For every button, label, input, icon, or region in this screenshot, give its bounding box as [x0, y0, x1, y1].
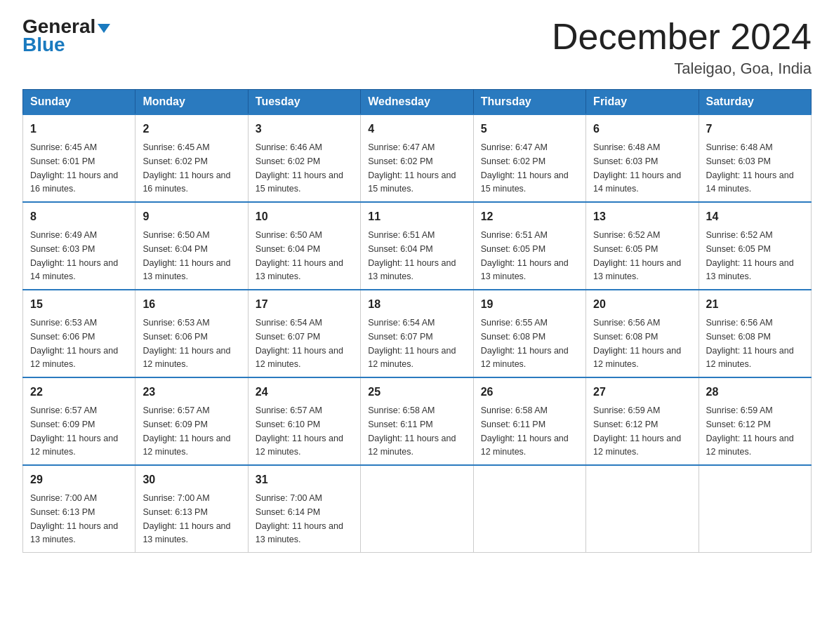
day-number: 7 [706, 121, 804, 137]
day-info: Sunrise: 6:51 AMSunset: 6:05 PMDaylight:… [481, 230, 569, 281]
day-number: 17 [256, 296, 353, 313]
day-info: Sunrise: 6:47 AMSunset: 6:02 PMDaylight:… [368, 142, 456, 194]
day-info: Sunrise: 6:45 AMSunset: 6:01 PMDaylight:… [30, 142, 118, 194]
calendar-cell: 13 Sunrise: 6:52 AMSunset: 6:05 PMDaylig… [586, 202, 699, 290]
calendar-week-row: 29 Sunrise: 7:00 AMSunset: 6:13 PMDaylig… [23, 465, 812, 553]
calendar-cell: 11 Sunrise: 6:51 AMSunset: 6:04 PMDaylig… [361, 202, 473, 290]
header-friday: Friday [586, 90, 699, 115]
day-info: Sunrise: 6:52 AMSunset: 6:05 PMDaylight:… [706, 230, 794, 281]
day-info: Sunrise: 6:56 AMSunset: 6:08 PMDaylight:… [706, 318, 794, 369]
day-number: 21 [706, 296, 804, 313]
day-number: 28 [706, 384, 804, 401]
calendar-cell: 6 Sunrise: 6:48 AMSunset: 6:03 PMDayligh… [586, 114, 699, 202]
day-number: 26 [481, 384, 578, 401]
day-number: 13 [593, 208, 691, 225]
calendar-week-row: 15 Sunrise: 6:53 AMSunset: 6:06 PMDaylig… [23, 290, 812, 377]
calendar-cell: 26 Sunrise: 6:58 AMSunset: 6:11 PMDaylig… [473, 377, 585, 465]
day-info: Sunrise: 6:47 AMSunset: 6:02 PMDaylight:… [481, 142, 569, 194]
calendar-cell: 28 Sunrise: 6:59 AMSunset: 6:12 PMDaylig… [699, 377, 811, 465]
location-title: Taleigao, Goa, India [552, 60, 812, 78]
day-number: 19 [481, 296, 578, 313]
calendar-cell: 24 Sunrise: 6:57 AMSunset: 6:10 PMDaylig… [248, 377, 360, 465]
day-info: Sunrise: 6:55 AMSunset: 6:08 PMDaylight:… [481, 318, 569, 369]
calendar-cell: 17 Sunrise: 6:54 AMSunset: 6:07 PMDaylig… [248, 290, 360, 377]
day-info: Sunrise: 6:46 AMSunset: 6:02 PMDaylight:… [256, 142, 343, 194]
day-number: 1 [30, 121, 128, 137]
logo: General Blue [22, 17, 110, 55]
day-info: Sunrise: 6:50 AMSunset: 6:04 PMDaylight:… [256, 230, 343, 281]
day-info: Sunrise: 6:51 AMSunset: 6:04 PMDaylight:… [368, 230, 456, 281]
calendar-cell: 31 Sunrise: 7:00 AMSunset: 6:14 PMDaylig… [248, 465, 360, 553]
day-number: 9 [143, 208, 240, 225]
calendar-cell: 12 Sunrise: 6:51 AMSunset: 6:05 PMDaylig… [473, 202, 585, 290]
day-info: Sunrise: 6:57 AMSunset: 6:10 PMDaylight:… [256, 405, 343, 457]
calendar-header-row: SundayMondayTuesdayWednesdayThursdayFrid… [23, 90, 812, 115]
calendar-cell: 27 Sunrise: 6:59 AMSunset: 6:12 PMDaylig… [586, 377, 699, 465]
day-number: 2 [143, 121, 240, 137]
calendar-week-row: 22 Sunrise: 6:57 AMSunset: 6:09 PMDaylig… [23, 377, 812, 465]
day-info: Sunrise: 6:54 AMSunset: 6:07 PMDaylight:… [368, 318, 456, 369]
calendar-table: SundayMondayTuesdayWednesdayThursdayFrid… [22, 89, 812, 553]
day-info: Sunrise: 6:52 AMSunset: 6:05 PMDaylight:… [593, 230, 681, 281]
calendar-cell: 25 Sunrise: 6:58 AMSunset: 6:11 PMDaylig… [361, 377, 473, 465]
logo-blue: Blue [22, 35, 65, 55]
day-info: Sunrise: 7:00 AMSunset: 6:13 PMDaylight:… [143, 493, 230, 544]
day-number: 5 [481, 121, 578, 137]
day-number: 14 [706, 208, 804, 225]
calendar-cell: 5 Sunrise: 6:47 AMSunset: 6:02 PMDayligh… [473, 114, 585, 202]
day-info: Sunrise: 6:50 AMSunset: 6:04 PMDaylight:… [143, 230, 230, 281]
day-number: 6 [593, 121, 691, 137]
calendar-cell [586, 465, 699, 553]
calendar-cell: 30 Sunrise: 7:00 AMSunset: 6:13 PMDaylig… [135, 465, 248, 553]
day-info: Sunrise: 6:49 AMSunset: 6:03 PMDaylight:… [30, 230, 118, 281]
day-number: 31 [256, 471, 353, 488]
day-info: Sunrise: 6:58 AMSunset: 6:11 PMDaylight:… [368, 405, 456, 457]
header-wednesday: Wednesday [361, 90, 473, 115]
calendar-cell: 20 Sunrise: 6:56 AMSunset: 6:08 PMDaylig… [586, 290, 699, 377]
day-number: 29 [30, 471, 128, 488]
day-number: 20 [593, 296, 691, 313]
calendar-cell: 9 Sunrise: 6:50 AMSunset: 6:04 PMDayligh… [135, 202, 248, 290]
day-info: Sunrise: 6:54 AMSunset: 6:07 PMDaylight:… [256, 318, 343, 369]
day-number: 22 [30, 384, 128, 401]
day-number: 27 [593, 384, 691, 401]
calendar-cell: 3 Sunrise: 6:46 AMSunset: 6:02 PMDayligh… [248, 114, 360, 202]
day-info: Sunrise: 6:59 AMSunset: 6:12 PMDaylight:… [593, 405, 681, 457]
header-monday: Monday [135, 90, 248, 115]
day-info: Sunrise: 6:45 AMSunset: 6:02 PMDaylight:… [143, 142, 230, 194]
day-number: 11 [368, 208, 465, 225]
calendar-cell: 14 Sunrise: 6:52 AMSunset: 6:05 PMDaylig… [699, 202, 811, 290]
day-info: Sunrise: 6:59 AMSunset: 6:12 PMDaylight:… [706, 405, 794, 457]
calendar-cell: 18 Sunrise: 6:54 AMSunset: 6:07 PMDaylig… [361, 290, 473, 377]
day-number: 30 [143, 471, 240, 488]
calendar-week-row: 1 Sunrise: 6:45 AMSunset: 6:01 PMDayligh… [23, 114, 812, 202]
title-block: December 2024 Taleigao, Goa, India [552, 17, 812, 78]
day-number: 3 [256, 121, 353, 137]
day-number: 4 [368, 121, 465, 137]
header-sunday: Sunday [23, 90, 135, 115]
calendar-cell: 2 Sunrise: 6:45 AMSunset: 6:02 PMDayligh… [135, 114, 248, 202]
day-info: Sunrise: 6:48 AMSunset: 6:03 PMDaylight:… [706, 142, 794, 194]
calendar-cell: 4 Sunrise: 6:47 AMSunset: 6:02 PMDayligh… [361, 114, 473, 202]
day-info: Sunrise: 6:58 AMSunset: 6:11 PMDaylight:… [481, 405, 569, 457]
day-number: 12 [481, 208, 578, 225]
day-number: 18 [368, 296, 465, 313]
header-saturday: Saturday [699, 90, 811, 115]
day-number: 8 [30, 208, 128, 225]
calendar-cell [473, 465, 585, 553]
calendar-week-row: 8 Sunrise: 6:49 AMSunset: 6:03 PMDayligh… [23, 202, 812, 290]
calendar-cell: 1 Sunrise: 6:45 AMSunset: 6:01 PMDayligh… [23, 114, 135, 202]
day-info: Sunrise: 6:53 AMSunset: 6:06 PMDaylight:… [30, 318, 118, 369]
calendar-cell: 15 Sunrise: 6:53 AMSunset: 6:06 PMDaylig… [23, 290, 135, 377]
calendar-cell: 16 Sunrise: 6:53 AMSunset: 6:06 PMDaylig… [135, 290, 248, 377]
calendar-cell: 10 Sunrise: 6:50 AMSunset: 6:04 PMDaylig… [248, 202, 360, 290]
calendar-cell: 8 Sunrise: 6:49 AMSunset: 6:03 PMDayligh… [23, 202, 135, 290]
day-info: Sunrise: 6:53 AMSunset: 6:06 PMDaylight:… [143, 318, 230, 369]
day-info: Sunrise: 6:48 AMSunset: 6:03 PMDaylight:… [593, 142, 681, 194]
day-info: Sunrise: 6:57 AMSunset: 6:09 PMDaylight:… [30, 405, 118, 457]
page-header: General Blue December 2024 Taleigao, Goa… [22, 17, 812, 78]
day-number: 10 [256, 208, 353, 225]
day-number: 24 [256, 384, 353, 401]
day-info: Sunrise: 6:57 AMSunset: 6:09 PMDaylight:… [143, 405, 230, 457]
calendar-cell [699, 465, 811, 553]
